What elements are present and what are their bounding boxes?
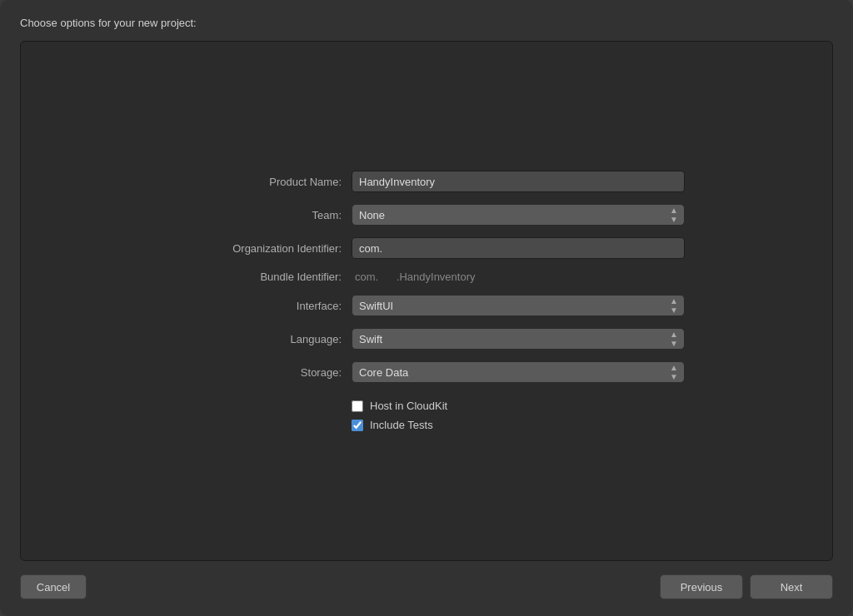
dialog-title: Choose options for your new project:	[20, 17, 833, 29]
org-identifier-input[interactable]	[352, 237, 685, 259]
host-in-cloudkit-label[interactable]: Host in CloudKit	[370, 400, 447, 412]
product-name-row: Product Name:	[168, 171, 685, 192]
interface-label: Interface:	[168, 300, 352, 312]
next-button[interactable]: Next	[750, 574, 833, 599]
footer-left: Cancel	[20, 574, 87, 599]
team-label: Team:	[168, 209, 352, 221]
product-name-input[interactable]	[352, 171, 685, 192]
team-select-wrapper: None ▲ ▼	[352, 204, 685, 226]
language-label: Language:	[168, 333, 352, 345]
previous-button[interactable]: Previous	[660, 574, 743, 599]
storage-row: Storage: None Core Data SwiftData ▲ ▼	[168, 361, 685, 383]
team-select[interactable]: None	[352, 204, 685, 226]
org-identifier-label: Organization Identifier:	[168, 242, 352, 255]
bundle-identifier-label: Bundle Identifier:	[168, 271, 352, 283]
cancel-button[interactable]: Cancel	[20, 574, 87, 599]
host-in-cloudkit-checkbox[interactable]	[352, 400, 363, 412]
interface-select[interactable]: SwiftUI Storyboard	[352, 295, 685, 316]
checkboxes-area: Host in CloudKit Include Tests	[352, 400, 685, 431]
include-tests-label[interactable]: Include Tests	[370, 419, 433, 431]
storage-select[interactable]: None Core Data SwiftData	[352, 361, 685, 383]
language-row: Language: Swift Objective-C ▲ ▼	[168, 328, 685, 350]
language-select[interactable]: Swift Objective-C	[352, 328, 685, 350]
team-row: Team: None ▲ ▼	[168, 204, 685, 226]
dialog: Choose options for your new project: Pro…	[0, 0, 853, 616]
language-select-wrapper: Swift Objective-C ▲ ▼	[352, 328, 685, 350]
bundle-identifier-value: com. .HandyInventory	[352, 271, 685, 283]
org-identifier-row: Organization Identifier:	[168, 237, 685, 259]
storage-select-wrapper: None Core Data SwiftData ▲ ▼	[352, 361, 685, 383]
footer-right: Previous Next	[660, 574, 833, 599]
host-in-cloudkit-row[interactable]: Host in CloudKit	[352, 400, 685, 412]
include-tests-row[interactable]: Include Tests	[352, 419, 685, 431]
interface-row: Interface: SwiftUI Storyboard ▲ ▼	[168, 295, 685, 316]
product-name-label: Product Name:	[168, 176, 352, 188]
content-area: Product Name: Team: None ▲ ▼ Orga	[20, 41, 833, 561]
form-container: Product Name: Team: None ▲ ▼ Orga	[168, 171, 685, 431]
footer: Cancel Previous Next	[20, 574, 833, 599]
bundle-identifier-row: Bundle Identifier: com. .HandyInventory	[168, 271, 685, 283]
storage-label: Storage:	[168, 366, 352, 379]
interface-select-wrapper: SwiftUI Storyboard ▲ ▼	[352, 295, 685, 316]
include-tests-checkbox[interactable]	[352, 420, 363, 431]
